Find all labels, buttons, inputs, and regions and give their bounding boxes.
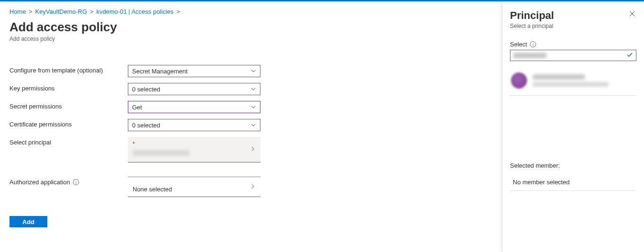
- principal-flyout: Principal Select a principal Select i Se…: [502, 3, 644, 252]
- chevron-down-icon: [250, 86, 256, 92]
- principal-search-input[interactable]: [510, 50, 636, 61]
- authorized-application-value: None selected: [133, 186, 172, 193]
- breadcrumb-sep: >: [177, 8, 180, 15]
- chevron-down-icon: [250, 68, 256, 74]
- breadcrumb-keyvault[interactable]: kvdemo-01 | Access policies: [96, 8, 173, 15]
- chevron-right-icon: [250, 146, 256, 153]
- select-principal-label: Select principal: [9, 137, 128, 146]
- breadcrumb-sep: >: [90, 8, 94, 15]
- flyout-title: Principal: [510, 9, 554, 22]
- secret-permissions-label: Secret permissions: [9, 101, 128, 110]
- authorized-application-label-text: Authorized application: [9, 179, 70, 186]
- select-principal-button[interactable]: *: [128, 137, 260, 162]
- template-label: Configure from template (optional): [9, 65, 128, 74]
- breadcrumb-resource-group[interactable]: KeyVaultDemo-RG: [35, 8, 87, 15]
- selected-member-label: Selected member:: [510, 162, 636, 169]
- flyout-subtitle: Select a principal: [510, 23, 554, 29]
- breadcrumb-sep: >: [29, 8, 33, 15]
- key-permissions-value: 0 selected: [132, 86, 160, 93]
- flyout-select-label-text: Select: [510, 41, 527, 48]
- secret-permissions-value: Get: [132, 104, 142, 111]
- key-permissions-select[interactable]: 0 selected: [128, 83, 260, 95]
- chevron-down-icon: [250, 122, 256, 128]
- template-select[interactable]: Secret Management: [128, 65, 260, 77]
- chevron-down-icon: [250, 104, 256, 110]
- info-icon[interactable]: i: [73, 179, 79, 185]
- principal-result-item[interactable]: [510, 66, 636, 96]
- page-subtitle: Add access policy: [9, 36, 500, 42]
- principal-value-redacted: [133, 150, 189, 156]
- breadcrumb: Home > KeyVaultDemo-RG > kvdemo-01 | Acc…: [9, 8, 500, 15]
- certificate-permissions-value: 0 selected: [132, 122, 160, 129]
- secret-permissions-select[interactable]: Get: [128, 101, 260, 113]
- result-text-redacted: [533, 74, 608, 87]
- add-button[interactable]: Add: [9, 216, 47, 227]
- certificate-permissions-label: Certificate permissions: [9, 119, 128, 128]
- required-indicator: *: [133, 141, 256, 147]
- chevron-right-icon: [250, 183, 256, 190]
- authorized-application-label: Authorized application i: [9, 177, 128, 186]
- certificate-permissions-select[interactable]: 0 selected: [128, 119, 260, 131]
- flyout-select-label: Select i: [510, 41, 636, 48]
- selected-member-value: No member selected: [510, 174, 636, 191]
- search-value-redacted: [513, 53, 546, 58]
- avatar: [511, 72, 527, 89]
- key-permissions-label: Key permissions: [9, 83, 128, 92]
- info-icon[interactable]: i: [530, 41, 536, 47]
- close-icon[interactable]: [628, 9, 636, 18]
- template-value: Secret Management: [132, 68, 188, 75]
- authorized-application-button[interactable]: None selected: [128, 177, 260, 197]
- checkmark-icon: [626, 52, 633, 60]
- page-title: Add access policy: [9, 20, 500, 35]
- breadcrumb-home[interactable]: Home: [9, 8, 26, 15]
